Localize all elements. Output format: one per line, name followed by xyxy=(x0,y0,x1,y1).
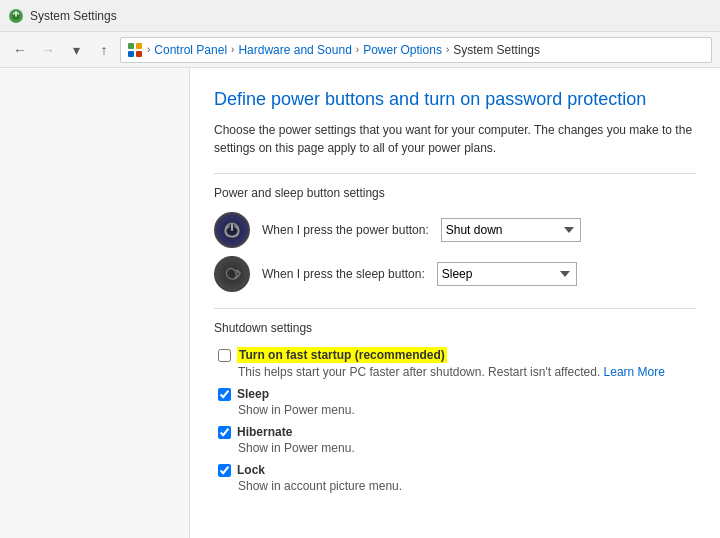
sidebar xyxy=(0,68,190,538)
shutdown-section: Shutdown settings Turn on fast startup (… xyxy=(214,321,696,493)
section-divider-2 xyxy=(214,308,696,309)
sleep-button-icon xyxy=(222,264,242,284)
sleep-icon-circle xyxy=(214,256,250,292)
hibernate-item: Hibernate Show in Power menu. xyxy=(214,425,696,455)
sleep-item: Sleep Show in Power menu. xyxy=(214,387,696,417)
sleep-button-label: When I press the sleep button: xyxy=(262,267,425,281)
forward-button[interactable]: → xyxy=(36,38,60,62)
sleep-checkbox[interactable] xyxy=(218,388,231,401)
title-bar-text: System Settings xyxy=(30,9,117,23)
fast-startup-row: Turn on fast startup (recommended) xyxy=(218,347,696,363)
breadcrumb-system-settings: System Settings xyxy=(453,43,540,57)
breadcrumb-sep-2: › xyxy=(356,44,359,55)
sleep-button-row: When I press the sleep button: Sleep Shu… xyxy=(214,256,696,292)
hibernate-item-label: Hibernate xyxy=(237,425,292,439)
app-icon xyxy=(8,8,24,24)
forward-icon: → xyxy=(41,42,55,58)
svg-rect-4 xyxy=(128,51,134,57)
power-button-row: When I press the power button: Shut down… xyxy=(214,212,696,248)
title-bar: System Settings xyxy=(0,0,720,32)
control-panel-icon xyxy=(127,42,143,58)
power-button-label: When I press the power button: xyxy=(262,223,429,237)
lock-row: Lock xyxy=(218,463,696,477)
learn-more-link[interactable]: Learn More xyxy=(604,365,665,379)
breadcrumb-sep-0: › xyxy=(147,44,150,55)
lock-item-description: Show in account picture menu. xyxy=(238,479,696,493)
fast-startup-checkbox[interactable] xyxy=(218,349,231,362)
up-button[interactable]: ↑ xyxy=(92,38,116,62)
hibernate-checkbox[interactable] xyxy=(218,426,231,439)
back-button[interactable]: ← xyxy=(8,38,32,62)
up-icon: ↑ xyxy=(101,42,108,58)
sleep-item-label: Sleep xyxy=(237,387,269,401)
shutdown-section-header: Shutdown settings xyxy=(214,321,696,337)
svg-rect-2 xyxy=(128,43,134,49)
hibernate-item-description: Show in Power menu. xyxy=(238,441,696,455)
breadcrumb-power-options[interactable]: Power Options xyxy=(363,43,442,57)
breadcrumb-control-panel[interactable]: Control Panel xyxy=(154,43,227,57)
sleep-row: Sleep xyxy=(218,387,696,401)
power-button-icon xyxy=(222,220,242,240)
nav-bar: ← → ▾ ↑ › Control Panel › Hardware and S… xyxy=(0,32,720,68)
breadcrumb: › Control Panel › Hardware and Sound › P… xyxy=(120,37,712,63)
lock-item: Lock Show in account picture menu. xyxy=(214,463,696,493)
breadcrumb-sep-3: › xyxy=(446,44,449,55)
breadcrumb-hardware-sound[interactable]: Hardware and Sound xyxy=(238,43,351,57)
button-settings: When I press the power button: Shut down… xyxy=(214,212,696,292)
back-icon: ← xyxy=(13,42,27,58)
sleep-item-description: Show in Power menu. xyxy=(238,403,696,417)
fast-startup-item: Turn on fast startup (recommended) This … xyxy=(214,347,696,379)
hibernate-row: Hibernate xyxy=(218,425,696,439)
svg-rect-5 xyxy=(136,51,142,57)
fast-startup-description: This helps start your PC faster after sh… xyxy=(238,365,696,379)
chevron-down-icon: ▾ xyxy=(73,42,80,58)
lock-checkbox[interactable] xyxy=(218,464,231,477)
power-sleep-section-header: Power and sleep button settings xyxy=(214,186,696,202)
sleep-button-dropdown[interactable]: Sleep Shut down Hibernate Do nothing xyxy=(437,262,577,286)
lock-item-label: Lock xyxy=(237,463,265,477)
page-title: Define power buttons and turn on passwor… xyxy=(214,88,696,111)
power-icon-circle xyxy=(214,212,250,248)
fast-startup-label: Turn on fast startup (recommended) xyxy=(237,347,447,363)
breadcrumb-sep-1: › xyxy=(231,44,234,55)
dropdown-button[interactable]: ▾ xyxy=(64,38,88,62)
main-content: Define power buttons and turn on passwor… xyxy=(0,68,720,538)
content-area: Define power buttons and turn on passwor… xyxy=(190,68,720,538)
page-description: Choose the power settings that you want … xyxy=(214,121,694,157)
svg-rect-3 xyxy=(136,43,142,49)
section-divider-1 xyxy=(214,173,696,174)
power-button-dropdown[interactable]: Shut down Sleep Hibernate Do nothing xyxy=(441,218,581,242)
